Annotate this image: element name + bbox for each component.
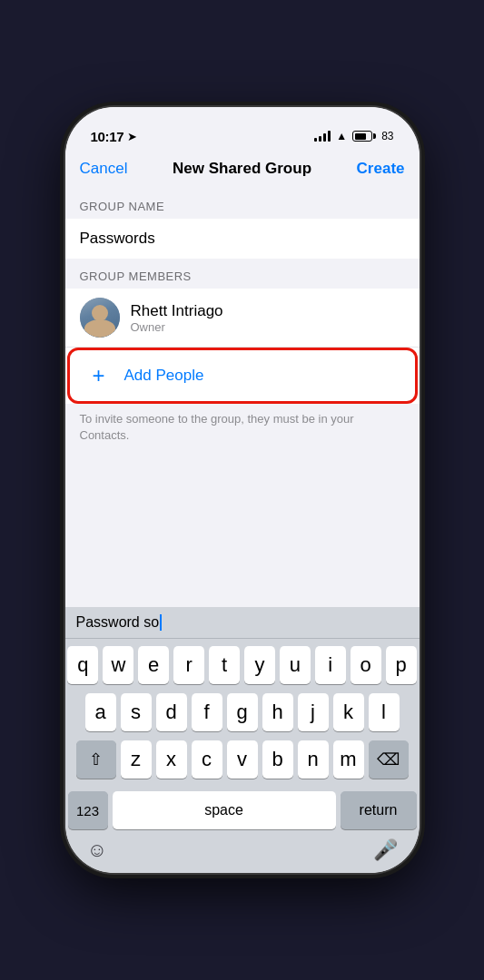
phone-screen: 10:17 ➤ ▲ 83 Cancel New Shared Gro	[65, 107, 420, 873]
key-f[interactable]: f	[192, 693, 222, 731]
member-info: Rhett Intriago Owner	[131, 302, 405, 334]
cursor	[160, 614, 162, 631]
page-title: New Shared Group	[173, 160, 311, 178]
key-r[interactable]: r	[173, 646, 204, 684]
key-d[interactable]: d	[156, 693, 187, 731]
group-name-input-row[interactable]	[65, 219, 420, 259]
emoji-key[interactable]: ☺	[87, 838, 107, 862]
key-k[interactable]: k	[333, 693, 364, 731]
add-people-button[interactable]: + Add People	[67, 348, 418, 404]
space-key[interactable]: space	[113, 791, 336, 829]
signal-bars	[314, 131, 331, 142]
member-role: Owner	[131, 320, 405, 334]
key-v[interactable]: v	[227, 740, 258, 779]
nav-header: Cancel New Shared Group Create	[65, 152, 420, 189]
add-people-label: Add People	[124, 367, 204, 385]
create-button[interactable]: Create	[357, 160, 405, 178]
members-section: GROUP MEMBERS Rhett Intriago Owner	[65, 259, 420, 458]
battery-icon	[352, 131, 376, 142]
suggestion-bar: Password so	[65, 607, 420, 639]
key-g[interactable]: g	[227, 693, 258, 731]
group-members-label: GROUP MEMBERS	[65, 259, 420, 289]
backspace-key[interactable]: ⌫	[369, 740, 409, 779]
key-j[interactable]: j	[298, 693, 329, 731]
member-name: Rhett Intriago	[131, 302, 405, 320]
phone-frame: 10:17 ➤ ▲ 83 Cancel New Shared Gro	[65, 107, 420, 873]
keyboard-rows: q w e r t y u i o p a s d f g	[65, 639, 420, 791]
key-e[interactable]: e	[138, 646, 169, 684]
member-row: Rhett Intriago Owner	[65, 289, 420, 348]
key-z[interactable]: z	[121, 740, 152, 779]
key-l[interactable]: l	[369, 693, 400, 731]
avatar	[80, 298, 120, 338]
cancel-button[interactable]: Cancel	[80, 160, 128, 178]
key-s[interactable]: s	[121, 693, 152, 731]
status-bar: 10:17 ➤ ▲ 83	[65, 107, 420, 152]
microphone-key[interactable]: 🎤	[373, 838, 398, 862]
key-m[interactable]: m	[333, 740, 364, 779]
invite-note: To invite someone to the group, they mus…	[65, 404, 420, 458]
key-t[interactable]: t	[209, 646, 240, 684]
suggestion-text: Password so	[76, 614, 160, 631]
key-n[interactable]: n	[298, 740, 329, 779]
key-b[interactable]: b	[262, 740, 293, 779]
key-c[interactable]: c	[192, 740, 222, 779]
emoji-mic-row: ☺ 🎤	[65, 835, 420, 873]
key-row-1: q w e r t y u i o p	[68, 646, 417, 684]
key-o[interactable]: o	[351, 646, 381, 684]
key-y[interactable]: y	[244, 646, 275, 684]
key-h[interactable]: h	[262, 693, 293, 731]
plus-icon: +	[84, 361, 114, 390]
numbers-key[interactable]: 123	[68, 791, 108, 829]
key-q[interactable]: q	[67, 646, 98, 684]
return-key[interactable]: return	[341, 791, 417, 829]
key-a[interactable]: a	[85, 693, 116, 731]
key-w[interactable]: w	[103, 646, 133, 684]
location-icon: ➤	[127, 130, 137, 143]
bottom-row: 123 space return	[65, 791, 420, 829]
group-name-label: GROUP NAME	[65, 189, 420, 219]
key-u[interactable]: u	[280, 646, 311, 684]
battery-percent: 83	[381, 130, 393, 142]
key-p[interactable]: p	[386, 646, 417, 684]
member-card: Rhett Intriago Owner + Add People	[65, 289, 420, 404]
status-time: 10:17	[91, 129, 124, 144]
keyboard-area: Password so q w e r t y u i o p	[65, 607, 420, 873]
key-i[interactable]: i	[315, 646, 346, 684]
key-row-2: a s d f g h j k l	[68, 693, 417, 731]
shift-key[interactable]: ⇧	[76, 740, 116, 779]
content-area: GROUP NAME GROUP MEMBERS Rhett Intriago	[65, 189, 420, 458]
wifi-icon: ▲	[336, 130, 347, 142]
key-row-3: ⇧ z x c v b n m ⌫	[68, 740, 417, 779]
group-name-input[interactable]	[80, 230, 405, 248]
status-icons: ▲ 83	[314, 130, 393, 142]
key-x[interactable]: x	[156, 740, 187, 779]
